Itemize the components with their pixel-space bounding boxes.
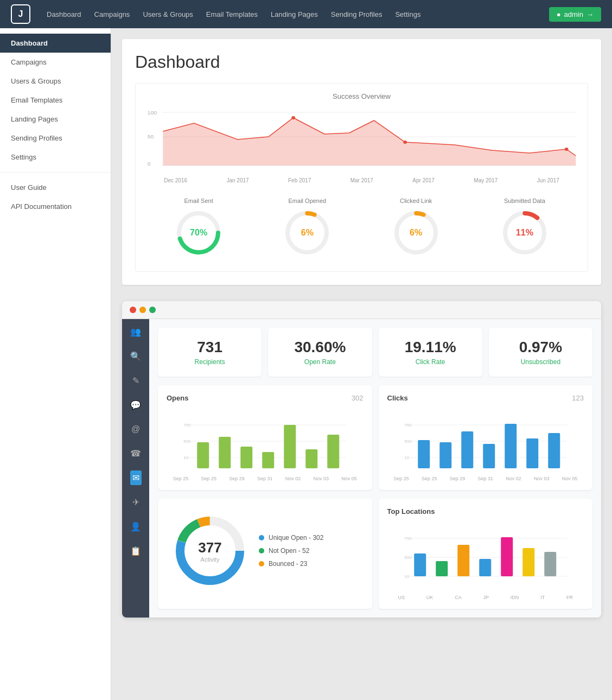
opens-header: Opens 302 [167, 394, 364, 402]
nav-email-templates[interactable]: Email Templates [206, 10, 258, 18]
svg-text:500: 500 [404, 555, 412, 560]
svg-text:50: 50 [148, 134, 154, 139]
donut-submitted: 11% [500, 208, 549, 257]
as-icon-chat[interactable]: 💬 [128, 398, 143, 412]
stat-label-opened: Email Opened [283, 198, 331, 204]
chart-x-labels: Dec 2016Jan 2017Feb 2017Mar 2017Apr 2017… [144, 177, 579, 183]
activity-legend: Unique Open - 302 Not Open - 52 Bounced … [259, 534, 323, 568]
clicks-x-labels: Sep 25Sep 25Sep 29Sep 31Nov 02Nov 03Nov … [387, 476, 584, 481]
dashboard-panel: Dashboard Success Overview 100 50 0 [122, 39, 601, 285]
metric-card-open-rate: 30.60% Open Rate [268, 328, 372, 377]
analytics-main: 731 Recipients 30.60% Open Rate 19.11% C… [149, 319, 601, 618]
window-bar [122, 301, 601, 319]
legend-label-unique-open: Unique Open - 302 [269, 534, 323, 542]
nav-links: Dashboard Campaigns Users & Groups Email… [47, 10, 549, 18]
svg-point-8 [565, 148, 569, 151]
svg-rect-36 [418, 440, 430, 468]
as-icon-person[interactable]: 👤 [128, 519, 143, 534]
svg-rect-27 [284, 425, 296, 468]
svg-rect-23 [197, 442, 209, 468]
svg-rect-37 [439, 442, 451, 468]
svg-rect-29 [327, 435, 339, 468]
chart-title: Success Overview [144, 92, 579, 100]
stat-clicked-link: Clicked Link 6% [392, 198, 441, 257]
activity-center-label: Activity [198, 556, 221, 563]
as-icon-email[interactable]: ✉ [130, 470, 142, 485]
stat-label-sent: Email Sent [174, 198, 223, 204]
sidebar-item-campaigns[interactable]: Campaigns [0, 53, 111, 72]
donut-pct-clicked: 6% [410, 228, 422, 238]
svg-rect-55 [457, 545, 469, 576]
clicks-chart-card: Clicks 123 750 500 10 [379, 385, 593, 490]
sidebar-item-users-groups[interactable]: Users & Groups [0, 72, 111, 91]
sidebar-item-sending-profiles[interactable]: Sending Profiles [0, 129, 111, 148]
legend-not-open: Not Open - 52 [259, 547, 323, 555]
svg-text:10: 10 [404, 574, 409, 579]
donut-pct-sent: 70% [190, 228, 207, 238]
svg-rect-25 [240, 447, 252, 468]
top-locations-card: Top Locations 750 500 10 [379, 499, 593, 609]
svg-rect-58 [522, 548, 534, 576]
svg-text:100: 100 [148, 110, 157, 116]
sidebar: Dashboard Campaigns Users & Groups Email… [0, 28, 111, 700]
svg-text:500: 500 [404, 439, 412, 444]
clicks-header: Clicks 123 [387, 394, 584, 402]
sidebar-item-api-docs[interactable]: API Documentation [0, 197, 111, 216]
metric-card-click-rate: 19.11% Click Rate [379, 328, 482, 377]
as-icon-phone[interactable]: ☎ [128, 446, 143, 461]
top-locations-header: Top Locations [387, 507, 584, 516]
opens-bar-chart: 750 500 10 [167, 409, 364, 474]
as-icon-at[interactable]: @ [129, 422, 142, 436]
metric-card-recipients: 731 Recipients [158, 328, 262, 377]
activity-center-num: 377 [198, 539, 221, 556]
nav-users-groups[interactable]: Users & Groups [143, 10, 193, 18]
metric-value-unsubscribed: 0.97% [500, 339, 582, 356]
legend-label-bounced: Bounced - 23 [269, 560, 307, 568]
main-content: Dashboard Success Overview 100 50 0 [111, 28, 612, 700]
svg-rect-26 [262, 452, 274, 468]
as-icon-clipboard[interactable]: 📋 [128, 544, 143, 558]
stat-email-sent: Email Sent 70% [174, 198, 223, 257]
svg-point-6 [291, 116, 295, 119]
sidebar-item-user-guide[interactable]: User Guide [0, 178, 111, 197]
sidebar-item-email-templates[interactable]: Email Templates [0, 91, 111, 110]
sidebar-item-landing-pages[interactable]: Landing Pages [0, 110, 111, 129]
donut-opened: 6% [283, 208, 331, 257]
activity-center: 377 Activity [198, 539, 221, 563]
activity-card: 377 Activity Unique Open - 302 [158, 499, 372, 609]
legend-bounced: Bounced - 23 [259, 560, 323, 568]
as-icon-send[interactable]: ✈ [130, 495, 142, 510]
top-locations-chart: 750 500 10 [387, 522, 584, 593]
nav-dashboard[interactable]: Dashboard [47, 10, 81, 18]
svg-rect-59 [544, 552, 556, 576]
svg-point-7 [403, 141, 407, 144]
svg-text:750: 750 [404, 536, 412, 541]
nav-campaigns[interactable]: Campaigns [94, 10, 130, 18]
svg-rect-39 [483, 444, 495, 468]
metric-value-recipients: 731 [169, 339, 251, 356]
as-icon-search[interactable]: 🔍 [128, 349, 143, 364]
nav-landing-pages[interactable]: Landing Pages [271, 10, 318, 18]
sidebar-item-settings[interactable]: Settings [0, 148, 111, 167]
svg-text:10: 10 [404, 455, 409, 460]
legend-dot-blue [259, 535, 264, 540]
as-icon-people[interactable]: 👥 [128, 324, 143, 339]
nav-sending-profiles[interactable]: Sending Profiles [331, 10, 382, 18]
window-dot-green [149, 307, 156, 313]
clicks-count: 123 [572, 394, 584, 402]
svg-rect-40 [505, 424, 517, 468]
svg-rect-41 [526, 438, 538, 468]
analytics-panel: 👥 🔍 ✎ 💬 @ ☎ ✉ ✈ 👤 📋 731 [122, 301, 601, 618]
donut-pct-opened: 6% [301, 228, 314, 238]
sidebar-item-dashboard[interactable]: Dashboard [0, 34, 111, 53]
metric-label-recipients: Recipients [169, 358, 251, 366]
admin-button[interactable]: ● admin → [549, 7, 601, 22]
page-title: Dashboard [135, 52, 588, 72]
analytics-body: 👥 🔍 ✎ 💬 @ ☎ ✉ ✈ 👤 📋 731 [122, 319, 601, 618]
as-icon-chart[interactable]: ✎ [130, 373, 142, 388]
nav-settings[interactable]: Settings [395, 10, 420, 18]
svg-rect-38 [461, 431, 473, 468]
metric-cards: 731 Recipients 30.60% Open Rate 19.11% C… [158, 328, 592, 377]
opens-chart-card: Opens 302 750 500 10 [158, 385, 372, 490]
svg-rect-56 [479, 559, 491, 576]
